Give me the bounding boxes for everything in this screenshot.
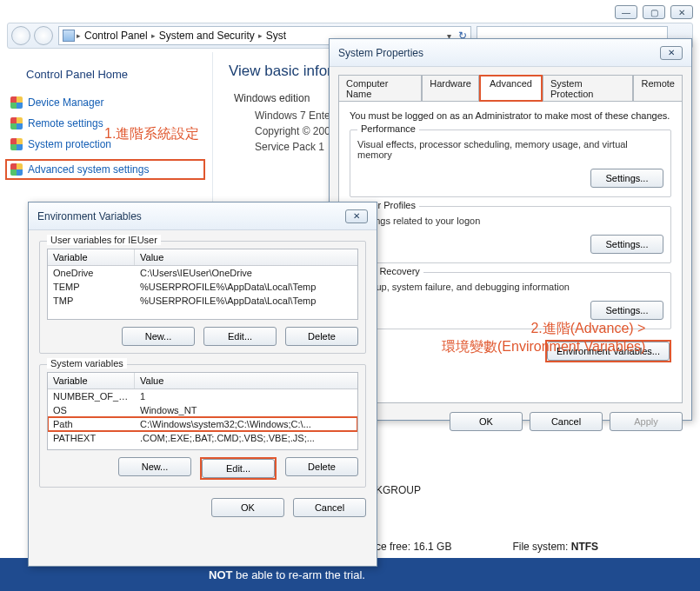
- sys-edit-highlight: Edit...: [200, 457, 277, 480]
- tab-hardware[interactable]: Hardware: [422, 75, 479, 102]
- dialog-titlebar: Environment Variables ✕: [29, 203, 377, 230]
- breadcrumb-item[interactable]: System and Security: [157, 30, 257, 42]
- minimize-button[interactable]: —: [615, 5, 637, 19]
- tab-system-protection[interactable]: System Protection: [543, 75, 634, 102]
- admin-note: You must be logged on as an Administrato…: [350, 110, 671, 121]
- environment-variables-dialog: Environment Variables ✕ User variables f…: [28, 202, 377, 567]
- table-row[interactable]: TEMP%USERPROFILE%\AppData\Local\Temp: [48, 280, 357, 294]
- environment-variables-highlight: Environment Variables...: [545, 340, 671, 362]
- back-button[interactable]: [11, 26, 30, 45]
- tab-body-advanced: You must be logged on as an Administrato…: [338, 101, 683, 403]
- performance-desc: Visual effects, processor scheduling, me…: [357, 139, 663, 160]
- dialog-title: System Properties: [338, 47, 423, 59]
- tab-advanced[interactable]: Advanced: [479, 75, 543, 102]
- table-row[interactable]: OneDriveC:\Users\IEUser\OneDrive: [48, 266, 357, 280]
- window-buttons: — ▢ ✕: [615, 5, 693, 19]
- close-icon[interactable]: ✕: [345, 209, 368, 223]
- shield-icon: [10, 138, 23, 150]
- table-row[interactable]: TMP%USERPROFILE%\AppData\Local\Temp: [48, 294, 357, 308]
- apply-button[interactable]: Apply: [610, 412, 683, 431]
- sys-edit-button[interactable]: Edit...: [202, 459, 275, 478]
- table-row[interactable]: NUMBER_OF_P...1: [48, 389, 357, 403]
- startup-recovery-group: and Recovery startup, system failure, an…: [350, 272, 671, 329]
- user-variables-group: User variables for IEUser Variable Value…: [39, 241, 366, 354]
- table-row[interactable]: PATHEXT.COM;.EXE;.BAT;.CMD;.VBS;.VBE;.JS…: [48, 431, 357, 445]
- column-value[interactable]: Value: [135, 249, 357, 265]
- sidebar-item-label: System protection: [28, 138, 111, 150]
- tabs: Computer Name Hardware Advanced System P…: [338, 74, 683, 101]
- sidebar-item-remote-settings[interactable]: Remote settings: [10, 117, 205, 129]
- sidebar-item-label: Advanced system settings: [28, 163, 149, 176]
- sidebar-item-label: Remote settings: [28, 117, 103, 129]
- sidebar-item-system-protection[interactable]: System protection: [10, 138, 205, 150]
- shield-icon: [10, 96, 23, 109]
- shield-icon: [10, 117, 23, 129]
- user-new-button[interactable]: New...: [122, 327, 195, 346]
- sidebar-item-device-manager[interactable]: Device Manager: [10, 96, 205, 109]
- breadcrumb-item[interactable]: Syst: [264, 30, 288, 42]
- sidebar-item-advanced-system-settings[interactable]: Advanced system settings: [5, 159, 205, 180]
- column-variable[interactable]: Variable: [48, 373, 135, 388]
- environment-variables-button[interactable]: Environment Variables...: [547, 342, 670, 361]
- performance-settings-button[interactable]: Settings...: [590, 169, 663, 188]
- dialog-title: Environment Variables: [37, 210, 142, 222]
- chevron-right-icon: ▸: [151, 31, 156, 40]
- tab-computer-name[interactable]: Computer Name: [338, 75, 422, 102]
- dialog-buttons: OK Cancel Apply: [338, 412, 683, 431]
- user-profiles-settings-button[interactable]: Settings...: [590, 235, 663, 254]
- chevron-right-icon: ▸: [77, 31, 81, 40]
- control-panel-home-link[interactable]: Control Panel Home: [26, 68, 202, 81]
- performance-group: Performance Visual effects, processor sc…: [350, 129, 671, 197]
- column-variable[interactable]: Variable: [48, 249, 135, 265]
- system-properties-dialog: System Properties ✕ Computer Name Hardwa…: [329, 38, 692, 421]
- dialog-titlebar: System Properties ✕: [330, 39, 691, 67]
- folder-icon: [63, 30, 75, 42]
- startup-recovery-desc: startup, system failure, and debugging i…: [357, 282, 663, 292]
- shield-icon: [10, 163, 23, 176]
- close-icon[interactable]: ✕: [660, 46, 683, 60]
- user-profiles-desc: settings related to your logon: [357, 216, 663, 226]
- tab-remote[interactable]: Remote: [633, 75, 683, 102]
- workgroup-value: KGROUP: [376, 484, 421, 496]
- system-variables-table[interactable]: Variable Value NUMBER_OF_P...1 OSWindows…: [47, 372, 358, 450]
- startup-recovery-settings-button[interactable]: Settings...: [590, 301, 663, 320]
- chevron-right-icon: ▸: [258, 31, 263, 40]
- ok-button[interactable]: OK: [450, 412, 523, 431]
- column-value[interactable]: Value: [135, 373, 357, 388]
- sys-new-button[interactable]: New...: [118, 457, 191, 476]
- disk-info: ce free: 16.1 GB File system: NTFS: [376, 541, 598, 553]
- user-edit-button[interactable]: Edit...: [203, 327, 277, 346]
- ok-button[interactable]: OK: [211, 498, 284, 517]
- breadcrumb-item[interactable]: Control Panel: [83, 30, 150, 42]
- user-variables-table[interactable]: Variable Value OneDriveC:\Users\IEUser\O…: [47, 249, 358, 320]
- system-variables-group: System variables Variable Value NUMBER_O…: [39, 364, 366, 488]
- maximize-button[interactable]: ▢: [643, 5, 665, 19]
- user-variables-legend: User variables for IEUser: [47, 235, 161, 245]
- forward-button[interactable]: [34, 26, 53, 45]
- close-button[interactable]: ✕: [670, 5, 693, 19]
- sidebar-item-label: Device Manager: [28, 96, 103, 109]
- table-row[interactable]: OSWindows_NT: [48, 403, 357, 417]
- cancel-button[interactable]: Cancel: [530, 412, 603, 431]
- user-profiles-group: User Profiles settings related to your l…: [350, 206, 671, 263]
- user-delete-button[interactable]: Delete: [285, 327, 358, 346]
- performance-legend: Performance: [357, 123, 419, 134]
- system-variables-legend: System variables: [47, 358, 127, 369]
- table-row-path[interactable]: PathC:\Windows\system32;C:\Windows;C:\..…: [48, 417, 357, 431]
- cancel-button[interactable]: Cancel: [293, 498, 366, 517]
- sys-delete-button[interactable]: Delete: [285, 457, 358, 476]
